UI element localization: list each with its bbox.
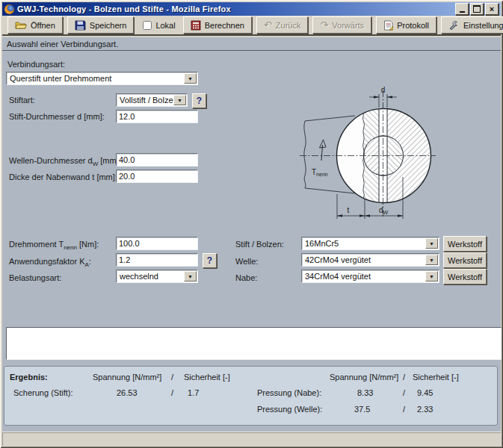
- belastungsart-label: Belastungsart:: [9, 273, 61, 282]
- verbindungsart-value: Querstift unter Drehmoment: [10, 74, 111, 83]
- anwendungsfaktor-input[interactable]: [116, 253, 198, 267]
- nabenwand-input[interactable]: [116, 169, 198, 183]
- dim-t-label: t: [348, 206, 350, 214]
- local-checkbox[interactable]: [143, 21, 152, 30]
- result-row-sicherheit: 2.33: [417, 405, 433, 414]
- titlebar: GWJ-Technology - Bolzen und Stifte - Moz…: [2, 2, 501, 16]
- calculator-icon: [191, 20, 201, 31]
- verbindungsart-select[interactable]: Querstift unter Drehmoment ▼: [6, 72, 198, 85]
- result-row-spannung: 37.5: [354, 405, 370, 414]
- nabe-value: 34CrMo4 vergütet: [305, 272, 371, 281]
- nabe-label: Nabe:: [235, 273, 257, 282]
- chevron-down-icon[interactable]: ▼: [425, 238, 438, 249]
- results-header-sicherheit-right: Sicherheit [-]: [413, 373, 459, 382]
- stift-bolzen-label: Stift / Bolzen:: [235, 240, 284, 249]
- results-title: Ergebnis:: [10, 373, 48, 382]
- protocol-button[interactable]: Protokoll: [376, 16, 436, 34]
- save-button[interactable]: Speichern: [67, 16, 135, 34]
- stift-durchmesser-input[interactable]: [116, 110, 198, 123]
- result-row-sep: /: [403, 405, 405, 414]
- open-folder-icon: [15, 20, 27, 30]
- stift-durchmesser-label: Stift-Durchmesser d [mm]:: [9, 112, 105, 121]
- connection-diagram: Tnenn d t dW: [295, 86, 445, 224]
- status-message: Auswahl einer Verbindungsart.: [2, 37, 501, 51]
- main-content: Auswahl einer Verbindungsart. Verbindung…: [2, 37, 501, 432]
- toolbar: Öffnen Speichern Lokal Berechnen ↶: [2, 16, 501, 36]
- nabenwand-label: Dicke der Nabenwand t [mm]:: [9, 172, 117, 181]
- result-row-spannung: 8.33: [357, 388, 373, 397]
- protocol-button-label: Protokoll: [397, 21, 429, 30]
- stift-werkstoff-button[interactable]: Werkstoff: [443, 236, 487, 252]
- result-row-spannung: 26.53: [117, 388, 138, 397]
- drehmoment-label: Drehmoment Tnenn [Nm]:: [9, 240, 99, 249]
- results-header-spannung-right: Spannung [N/mm²]: [330, 373, 398, 382]
- forward-button[interactable]: ↷ Vorwärts: [312, 16, 371, 34]
- break-line: [304, 121, 306, 188]
- close-icon: ×: [490, 5, 494, 13]
- calculate-button[interactable]: Berechnen: [183, 16, 252, 34]
- results-header-spannung-left: Spannung [N/mm²]: [93, 373, 161, 382]
- forward-button-label: Vorwärts: [332, 21, 364, 30]
- nabe-werkstoff-button[interactable]: Werkstoff: [443, 269, 487, 284]
- result-row-label: Pressung (Nabe):: [257, 388, 321, 397]
- result-row-sep: /: [171, 388, 173, 397]
- settings-button-label: Einstellungen: [463, 21, 503, 30]
- close-button[interactable]: ×: [485, 3, 499, 15]
- stift-bolzen-select[interactable]: 16MnCr5 ▼: [301, 237, 439, 250]
- stiftart-select[interactable]: Vollstift / Bolzen ▼: [116, 93, 188, 107]
- open-button-label: Öffnen: [31, 21, 55, 30]
- forward-arrow-icon: ↷: [320, 20, 328, 30]
- wellen-durchmesser-label: Wellen-Durchmesser dW [mm]:: [9, 156, 121, 165]
- welle-werkstoff-button[interactable]: Werkstoff: [443, 252, 487, 268]
- results-header-sep-right: /: [403, 373, 405, 382]
- belastungsart-select[interactable]: wechselnd ▼: [116, 270, 198, 283]
- dim-dw-label: dW: [379, 206, 389, 215]
- stift-bolzen-value: 16MnCr5: [305, 239, 339, 248]
- status-bar: [2, 432, 501, 446]
- results-header-sep-left: /: [171, 373, 173, 382]
- anwendungsfaktor-help-button[interactable]: ?: [203, 253, 217, 268]
- results-header-sicherheit-left: Sicherheit [-]: [184, 373, 230, 382]
- torque-label: Tnenn: [312, 168, 328, 177]
- welle-label: Welle:: [235, 257, 258, 266]
- result-row-sicherheit: 9.45: [417, 388, 433, 397]
- minimize-button[interactable]: [455, 3, 469, 15]
- chevron-down-icon[interactable]: ▼: [184, 73, 197, 84]
- belastungsart-value: wechselnd: [120, 272, 158, 281]
- drehmoment-input[interactable]: [116, 237, 198, 250]
- chevron-down-icon[interactable]: ▼: [184, 271, 197, 281]
- result-row-sicherheit: 1.7: [188, 388, 199, 397]
- result-row-label: Pressung (Welle):: [257, 405, 322, 414]
- save-floppy-icon: [75, 20, 86, 31]
- maximize-button[interactable]: [470, 3, 484, 15]
- maximize-icon: [473, 5, 481, 13]
- save-button-label: Speichern: [90, 21, 127, 30]
- minimize-icon: [460, 11, 465, 13]
- chevron-down-icon[interactable]: ▼: [425, 271, 438, 281]
- dim-d-label: d: [381, 86, 386, 94]
- nabe-select[interactable]: 34CrMo4 vergütet ▼: [301, 270, 439, 283]
- app-window: GWJ-Technology - Bolzen und Stifte - Moz…: [0, 0, 503, 448]
- back-button[interactable]: ↶ Zurück: [256, 16, 309, 34]
- open-button[interactable]: Öffnen: [7, 16, 63, 34]
- back-button-label: Zurück: [276, 21, 301, 30]
- welle-select[interactable]: 42CrMo4 vergütet ▼: [301, 253, 439, 267]
- settings-button[interactable]: Einstellungen: [441, 16, 503, 34]
- stiftart-help-button[interactable]: ?: [192, 93, 206, 108]
- protocol-document-icon: [383, 20, 393, 31]
- firefox-icon: [4, 4, 14, 14]
- result-row-label: Scherung (Stift):: [13, 388, 72, 397]
- stiftart-label: Stiftart:: [9, 96, 35, 105]
- verbindungsart-label: Verbindungsart:: [7, 60, 65, 69]
- result-row-sep: /: [403, 388, 405, 397]
- local-checkbox-group: Lokal: [143, 21, 175, 30]
- chevron-down-icon[interactable]: ▼: [173, 95, 186, 105]
- wellen-durchmesser-input[interactable]: [116, 153, 198, 167]
- welle-value: 42CrMo4 vergütet: [305, 255, 371, 264]
- message-box: [6, 327, 502, 360]
- chevron-down-icon[interactable]: ▼: [425, 255, 438, 265]
- window-title: GWJ-Technology - Bolzen und Stifte - Moz…: [17, 4, 455, 13]
- stiftart-value: Vollstift / Bolzen: [120, 96, 178, 105]
- calculate-button-label: Berechnen: [205, 21, 244, 30]
- results-panel: Ergebnis: Spannung [N/mm²] / Sicherheit …: [4, 366, 498, 426]
